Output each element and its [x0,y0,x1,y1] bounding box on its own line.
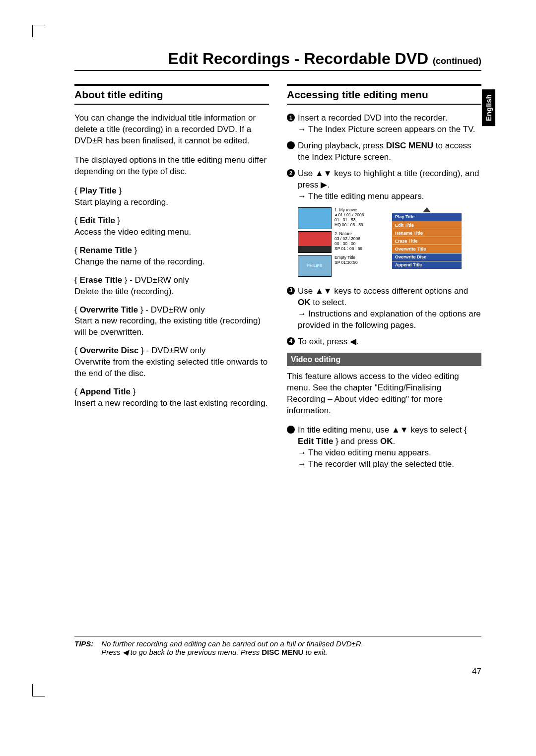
left-arrow-icon [350,337,356,346]
text-pre: Use [298,169,315,178]
text-pre: In title editing menu, use [298,425,392,435]
page-title: Edit Recordings - Recordable DVD (contin… [74,50,481,71]
option-suffix: - DVD±RW only [143,305,205,315]
edit-title-option: Edit Title [298,437,333,446]
intro-para-2: The displayed options in the title editi… [74,155,269,178]
option-name: Overwrite Title [79,305,138,315]
option-name: Rename Title [79,246,132,255]
text-mid: keys to access different options and [332,286,469,296]
content-columns: About title editing You can change the i… [74,84,481,475]
option-overwrite-disc: { Overwrite Disc } - DVD±RW only Overwri… [74,345,269,379]
video-editing-bullet: In title editing menu, use keys to selec… [287,425,481,470]
tips-line-2-end: to exit. [303,648,327,656]
step-3-result: Instructions and explanation of the opti… [298,309,481,331]
mini-menu-item: Erase Title [392,237,462,245]
tips-line-1: No further recording and editing can be … [101,639,363,648]
language-tab: English [482,89,495,126]
down-arrow-icon [400,425,408,435]
option-erase-title: { Erase Title } - DVD±RW only Delete the… [74,275,269,298]
step-2: 2 Use keys to highlight a title (recordi… [287,168,481,202]
disc-menu-label: DISC MENU [386,141,433,150]
crop-mark-top-left [32,25,45,37]
option-desc: Change the name of the recording. [74,257,205,266]
mini-entry-1: 1. My movie ◂ 01 / 01 / 2006 01 : 31 : 5… [298,207,392,229]
up-arrow-icon [392,425,400,435]
mini-entry-date: 03 / 02 / 2006 [335,236,360,241]
option-desc: Start a new recording, the existing titl… [74,316,261,337]
mini-entry-time: 00 : 30 : 00 [335,241,356,246]
right-arrow-icon [321,180,327,189]
step-3-result-text: Instructions and explanation of the opti… [298,309,481,330]
option-name: Append Title [79,387,131,396]
video-result-2-text: The recorder will play the selected titl… [308,459,454,469]
mini-title-list: 1. My movie ◂ 01 / 01 / 2006 01 : 31 : 5… [298,207,392,279]
step-4: 4 To exit, press . [287,336,481,348]
mini-entry-2: 2. Nature 03 / 02 / 2006 00 : 30 : 00 SP… [298,231,392,253]
mini-entry-quality: SP 01 : 05 : 59 [335,246,362,251]
text-pre: To exit, press [298,337,350,346]
up-arrow-icon [315,169,324,178]
mini-entry-date: SP 01:30:50 [335,260,358,265]
thumbnail-icon [298,231,332,253]
mini-entry-info: Empty Title SP 01:30:50 [335,255,358,265]
text-pre: During playback, press [298,141,386,150]
mini-entry-title: 2. Nature [335,231,352,236]
mini-menu-item: Overwrite Disc [392,253,462,261]
mini-menu-item-selected: Edit Title [392,221,462,229]
down-arrow-icon [324,169,332,178]
bullet-disc-menu: During playback, press DISC MENU to acce… [287,140,481,163]
mini-entry-date: 01 / 01 / 2006 [338,212,364,217]
mini-menu: Play Title Edit Title Rename Title Erase… [392,207,462,279]
step-1-result-text: The Index Picture screen appears on the … [308,125,475,134]
option-append-title: { Append Title } Insert a new recording … [74,386,269,409]
right-column: Accessing title editing menu 1 Insert a … [287,84,481,475]
step-2-result-text: The title editing menu appears. [308,191,424,201]
step-1-text: Insert a recorded DVD into the recorder. [298,113,447,123]
left-arrow-icon [123,648,129,656]
video-result-2: The recorder will play the selected titl… [298,459,481,470]
option-desc: Access the video editing menu. [74,227,191,237]
video-result-1-text: The video editing menu appears. [308,448,431,457]
tips-line-2-pre: Press [101,648,123,656]
title-main: Edit Recordings - Recordable DVD [168,50,433,67]
mini-entry-quality: HQ 00 : 05 : 59 [335,222,363,227]
mini-entry-info: 1. My movie ◂ 01 / 01 / 2006 01 : 31 : 5… [335,207,364,228]
step-badge-3: 3 [287,287,295,295]
step-badge-2: 2 [287,169,295,177]
subheading-video-editing: Video editing [287,353,481,367]
tips-line-2-post: to go back to the previous menu. Press [129,648,262,656]
option-desc: Delete the title (recording). [74,287,174,296]
disc-menu-label: DISC MENU [262,648,303,656]
text-post: } and press [333,437,380,446]
tips-footer: TIPS: No further recording and editing c… [74,636,481,657]
mini-entry-title: 1. My movie [335,207,357,212]
option-desc: Overwrite from the existing selected tit… [74,357,268,378]
option-rename-title: { Rename Title } Change the name of the … [74,245,269,268]
page-number: 47 [472,667,481,677]
ok-label: OK [298,298,311,307]
option-name: Erase Title [79,275,122,285]
step-1-result: The Index Picture screen appears on the … [298,124,475,135]
option-overwrite-title: { Overwrite Title } - DVD±RW only Start … [74,305,269,339]
step-badge-4: 4 [287,337,295,345]
option-suffix: - DVD±RW only [128,275,189,285]
mini-menu-item: Play Title [392,213,462,221]
left-column: About title editing You can change the i… [74,84,269,475]
bullet-icon [287,426,295,434]
step-badge-1: 1 [287,114,295,122]
option-play-title: { Play Title } Start playing a recording… [74,186,269,208]
mini-menu-item: Append Title [392,261,462,269]
down-arrow-icon [324,286,332,296]
option-desc: Start playing a recording. [74,197,168,207]
mini-menu-item: Rename Title [392,229,462,237]
step-3: 3 Use keys to access different options a… [287,286,481,331]
mini-entry-title: Empty Title [335,255,355,260]
option-name: Edit Title [79,216,115,225]
manual-page: English Edit Recordings - Recordable DVD… [0,0,536,756]
mini-entry-time: 01 : 31 : 53 [335,217,356,222]
title-editing-menu-screenshot: 1. My movie ◂ 01 / 01 / 2006 01 : 31 : 5… [298,207,471,279]
video-result-1: The video editing menu appears. [298,447,481,459]
crop-mark-bottom-left [32,684,45,696]
section-heading-accessing: Accessing title editing menu [287,84,481,105]
option-edit-title: { Edit Title } Access the video editing … [74,215,269,238]
